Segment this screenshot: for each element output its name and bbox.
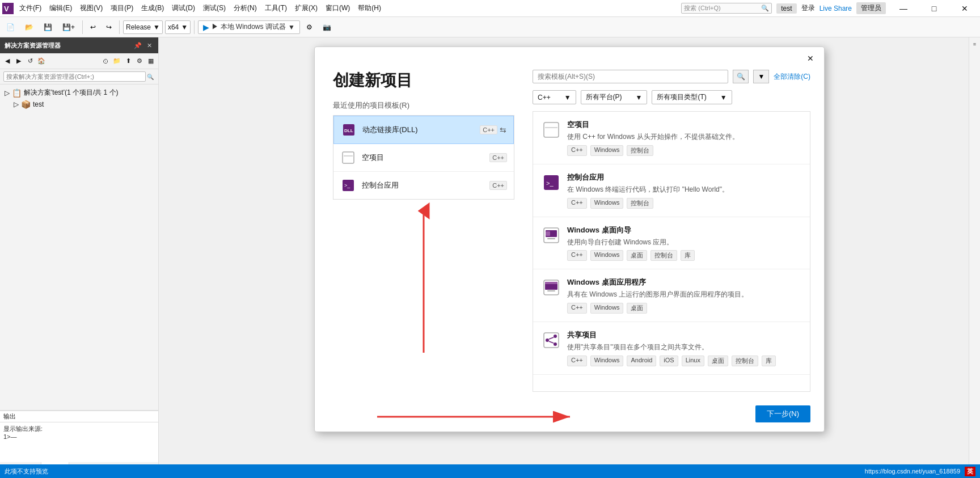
svg-text:>_: >_	[344, 183, 350, 188]
ime-indicator: 英	[965, 467, 975, 476]
platform-dropdown[interactable]: x64 ▼	[165, 20, 191, 34]
close-button[interactable]: ✕	[952, 0, 978, 17]
home-btn[interactable]: 🏠	[36, 56, 47, 66]
menu-window[interactable]: 窗口(W)	[322, 2, 353, 14]
menu-build[interactable]: 生成(B)	[138, 2, 167, 14]
solution-root-item[interactable]: ▷ 📋 解决方案'test'(1 个项目/共 1 个)	[0, 87, 158, 99]
pin-icon[interactable]: 📌	[133, 41, 142, 50]
collapse-btn[interactable]: ⬆	[123, 56, 133, 66]
refresh-btn[interactable]: ↺	[25, 56, 35, 66]
next-step-btn[interactable]: 下一步(N)	[755, 405, 810, 422]
project-template-desktop-app[interactable]: Windows 桌面应用程序 具有在 Windows 上运行的图形用户界面的应用…	[533, 269, 810, 322]
login-btn[interactable]: 登录	[801, 3, 815, 13]
back-btn[interactable]: ◀	[2, 56, 12, 66]
search-btn[interactable]: 🔍	[733, 70, 749, 83]
menu-test[interactable]: 测试(S)	[200, 2, 229, 14]
configuration-value: Release	[126, 23, 151, 31]
maximize-button[interactable]: □	[921, 0, 947, 17]
dialog-close-btn[interactable]: ✕	[804, 52, 817, 65]
forward-btn[interactable]: ▶	[14, 56, 24, 66]
pending-changes-btn[interactable]: ⏲	[100, 56, 111, 66]
toolbar-sep-2	[119, 20, 120, 34]
template-console-name: 控制台应用	[362, 181, 399, 189]
file-view-btn[interactable]: 📁	[112, 56, 122, 66]
project-template-empty[interactable]: 空项目 使用 C++ for Windows 从头开始操作，不提供基础文件。 C…	[533, 112, 810, 164]
desktop-wizard-desc: 使用向导自行创建 Windows 应用。	[567, 238, 801, 247]
template-search-input[interactable]	[533, 70, 728, 83]
clear-all-btn[interactable]: 全部清除(C)	[774, 72, 810, 82]
template-empty-tag: C++	[489, 153, 507, 162]
svg-rect-4	[343, 152, 354, 163]
main-layout: 解决方案资源管理器 📌 ✕ ◀ ▶ ↺ 🏠 ⏲ 📁 ⬆ ⚙ ▦ 🔍 ▷ 📋	[0, 37, 980, 478]
menu-edit[interactable]: 编辑(E)	[46, 2, 75, 14]
project-expand-icon: ▷	[14, 100, 19, 108]
tag-cpp-1: C++	[567, 145, 587, 156]
dialog-title: 创建新项目	[333, 70, 514, 91]
run-debugger-btn[interactable]: ▶ ▶ 本地 Windows 调试器 ▼	[198, 20, 300, 34]
tag-cpp-2: C++	[567, 198, 587, 209]
right-arrow-annotation	[371, 405, 587, 428]
template-item-console-info: 控制台应用	[362, 180, 484, 191]
output-content: 显示输出来源: 1>—	[0, 422, 158, 462]
manage-btn[interactable]: 管理员	[856, 2, 886, 14]
sidebar-search-row: 🔍	[0, 69, 158, 84]
new-file-btn[interactable]: 📄	[2, 22, 19, 33]
svg-point-25	[554, 342, 557, 346]
project-template-list: 空项目 使用 C++ for Windows 从头开始操作，不提供基础文件。 C…	[533, 111, 810, 392]
sidebar-search-icon: 🔍	[146, 72, 155, 81]
live-share-btn[interactable]: Live Share	[820, 5, 852, 12]
configuration-arrow: ▼	[153, 23, 160, 31]
console-app-info: 控制台应用 在 Windows 终端运行代码，默认打印 "Hello World…	[567, 172, 801, 209]
empty-project-name: 空项目	[567, 120, 801, 130]
menu-help[interactable]: 帮助(H)	[354, 2, 385, 14]
shared-project-desc: 使用"共享条目"项目在多个项目之间共享文件。	[567, 342, 801, 352]
project-template-shared[interactable]: 共享项目 使用"共享条目"项目在多个项目之间共享文件。 C++ Windows …	[533, 322, 810, 375]
tag-ios-5: iOS	[660, 356, 678, 366]
template-item-console[interactable]: >_ 控制台应用 C++	[333, 172, 514, 199]
camera-btn[interactable]: 📷	[319, 22, 335, 33]
minimize-button[interactable]: —	[890, 0, 916, 17]
menu-project[interactable]: 项目(P)	[107, 2, 137, 14]
undo-btn[interactable]: ↩	[86, 22, 100, 33]
type-filter-value: 所有项目类型(T)	[657, 92, 706, 102]
menu-analyze[interactable]: 分析(N)	[230, 2, 260, 14]
project-template-desktop-wizard[interactable]: Windows 桌面向导 使用向导自行创建 Windows 应用。 C++ Wi…	[533, 217, 810, 270]
sidebar-search-input[interactable]	[3, 71, 146, 82]
properties-btn[interactable]: ⚙	[134, 56, 145, 66]
save-btn[interactable]: 💾	[40, 22, 56, 33]
platform-filter-dropdown[interactable]: 所有平台(P) ▼	[581, 90, 648, 104]
console-app-list-icon: >_	[542, 174, 560, 192]
configuration-dropdown[interactable]: Release ▼	[123, 20, 163, 34]
menu-tools[interactable]: 工具(T)	[261, 2, 290, 14]
toolbar-sep-1	[82, 20, 83, 34]
recent-templates-label: 最近使用的项目模板(R)	[333, 100, 514, 111]
template-item-dll[interactable]: DLL 动态链接库(DLL) C++ ⇆	[333, 116, 514, 144]
menu-extensions[interactable]: 扩展(X)	[292, 2, 321, 14]
desktop-app-icon	[542, 278, 560, 297]
project-template-console[interactable]: >_ 控制台应用 在 Windows 终端运行代码，默认打印 "Hello Wo…	[533, 164, 810, 217]
tag-cpp-5: C++	[567, 356, 587, 366]
debug-extra-btn[interactable]: ⚙	[302, 22, 316, 33]
redo-btn[interactable]: ↪	[102, 22, 116, 33]
filter-btn[interactable]: ▦	[146, 56, 156, 66]
open-btn[interactable]: 📂	[21, 22, 37, 33]
play-icon: ▶	[203, 23, 209, 32]
menu-view[interactable]: 视图(V)	[77, 2, 106, 14]
type-filter-dropdown[interactable]: 所有项目类型(T) ▼	[652, 90, 732, 104]
lang-filter-dropdown[interactable]: C++ ▼	[533, 90, 576, 104]
svg-rect-17	[546, 231, 550, 236]
menu-file[interactable]: 文件(F)	[16, 2, 45, 14]
menu-debug[interactable]: 调试(D)	[168, 2, 198, 14]
search-dropdown-btn[interactable]: ▼	[753, 70, 769, 83]
search-filter-row: 🔍 ▼ 全部清除(C)	[533, 70, 810, 83]
tag-win-2: Windows	[590, 198, 624, 209]
filter-row: C++ ▼ 所有平台(P) ▼ 所有项目类型(T) ▼	[533, 90, 810, 104]
output-show-label: 显示输出来源:	[3, 425, 155, 433]
project-item[interactable]: ▷ 📦 test	[0, 99, 158, 110]
status-bar-right: https://blog.csdn.net/yuan_618859 英	[865, 467, 975, 476]
template-item-empty[interactable]: 空项目 C++	[333, 144, 514, 172]
sidebar-close-icon[interactable]: ✕	[145, 41, 154, 50]
save-all-btn[interactable]: 💾+	[58, 22, 79, 33]
title-search-box[interactable]: 搜索 (Ctrl+Q) 🔍	[681, 3, 772, 14]
template-dll-name: 动态链接库(DLL)	[362, 125, 418, 134]
